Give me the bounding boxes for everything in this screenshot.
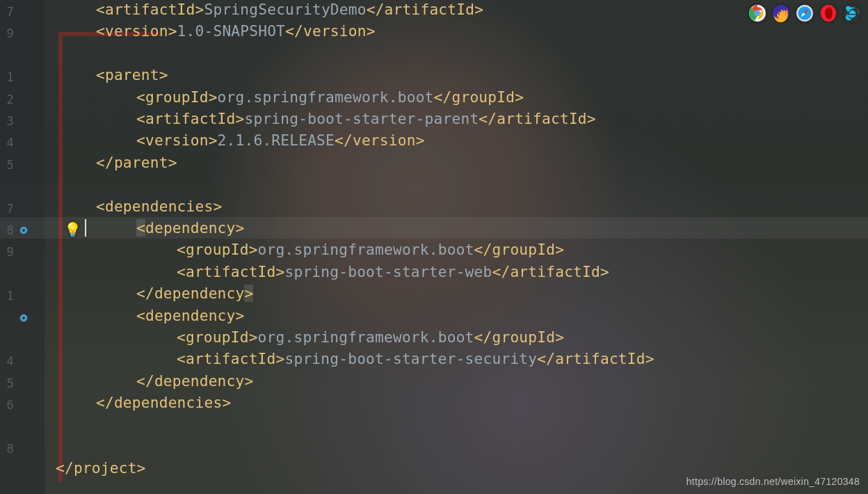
code-line[interactable] — [0, 414, 868, 436]
code-line[interactable] — [0, 173, 868, 195]
code-text: <groupId>org.springframework.boot</group… — [177, 326, 868, 348]
override-marker-icon[interactable]: ▲ — [19, 306, 30, 324]
code-text: <artifactId>spring-boot-starter-parent</… — [136, 108, 868, 129]
ie-icon[interactable] — [843, 4, 861, 22]
code-line[interactable]: 5</dependency> — [0, 370, 868, 392]
firefox-icon[interactable] — [772, 4, 790, 22]
code-text: </dependency> — [136, 370, 868, 392]
watermark: https://blog.csdn.net/weixin_47120348 — [686, 476, 860, 487]
opera-icon[interactable] — [819, 4, 837, 22]
safari-icon[interactable] — [796, 4, 814, 22]
code-text: <version>1.0-SNAPSHOT</version> — [96, 20, 868, 42]
code-text: <artifactId>spring-boot-starter-web</art… — [177, 261, 868, 282]
code-line[interactable]: 4<artifactId>spring-boot-starter-securit… — [0, 348, 868, 369]
code-text: </dependency> — [136, 282, 868, 304]
code-line[interactable]: <artifactId>spring-boot-starter-web</art… — [0, 261, 868, 282]
code-line[interactable]: 8▲💡<dependency> — [0, 217, 868, 239]
code-text: </dependencies> — [96, 392, 868, 413]
code-line[interactable]: 9<groupId>org.springframework.boot</grou… — [0, 239, 868, 260]
code-line[interactable]: 1<parent> — [0, 64, 868, 86]
chrome-icon[interactable] — [748, 4, 766, 22]
code-line[interactable]: 2<groupId>org.springframework.boot</grou… — [0, 86, 868, 108]
code-line[interactable]: 1</dependency> — [0, 282, 868, 304]
code-text: <version>2.1.6.RELEASE</version> — [136, 129, 868, 151]
code-text: <parent> — [96, 64, 868, 86]
code-text: <dependency> — [136, 305, 868, 326]
browser-icons-tray — [748, 4, 861, 22]
code-line[interactable]: 7<artifactId>SpringSecurityDemo</artifac… — [0, 0, 868, 20]
code-editor[interactable]: 7<artifactId>SpringSecurityDemo</artifac… — [0, 0, 868, 494]
override-marker-icon[interactable]: ▲ — [19, 218, 30, 237]
code-text: <dependency> — [136, 217, 868, 239]
code-text: <dependencies> — [96, 196, 868, 217]
code-line[interactable]: 5</parent> — [0, 152, 868, 173]
lightbulb-icon[interactable]: 💡 — [64, 221, 81, 238]
code-text: <groupId>org.springframework.boot</group… — [177, 239, 868, 260]
code-line[interactable]: 3<artifactId>spring-boot-starter-parent<… — [0, 108, 868, 129]
code-line[interactable]: 6</dependencies> — [0, 392, 868, 413]
code-line[interactable]: ▲<dependency> — [0, 305, 868, 326]
code-line[interactable] — [0, 42, 868, 64]
code-line[interactable]: 9<version>1.0-SNAPSHOT</version> — [0, 20, 868, 42]
code-text: <groupId>org.springframework.boot</group… — [136, 86, 868, 108]
svg-point-3 — [756, 12, 759, 15]
code-line[interactable]: 4<version>2.1.6.RELEASE</version> — [0, 129, 868, 151]
code-line[interactable]: <groupId>org.springframework.boot</group… — [0, 326, 868, 348]
code-text: </parent> — [96, 152, 868, 173]
code-line[interactable]: 8 — [0, 436, 868, 457]
code-line[interactable]: 7<dependencies> — [0, 196, 868, 217]
code-text: <artifactId>spring-boot-starter-security… — [177, 348, 868, 369]
